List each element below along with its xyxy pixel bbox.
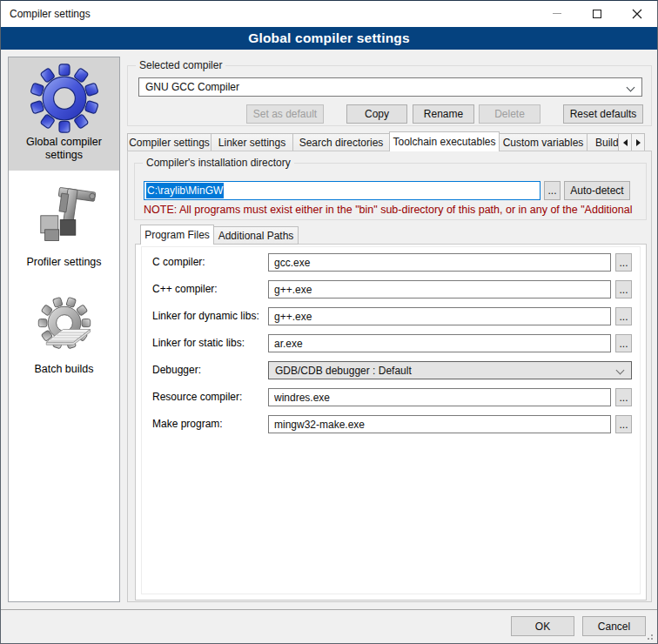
sidebar-item-global-compiler-settings[interactable]: Global compiler settings bbox=[9, 57, 119, 171]
field-label: C++ compiler: bbox=[152, 280, 218, 299]
cancel-button[interactable]: Cancel bbox=[582, 616, 646, 636]
tab-build-options[interactable]: Build options bbox=[587, 133, 619, 151]
tab-compiler-settings[interactable]: Compiler settings bbox=[127, 133, 212, 151]
browse-static-linker-button[interactable]: ... bbox=[615, 334, 632, 352]
titlebar: Compiler settings bbox=[1, 1, 657, 27]
blue-gear-icon bbox=[30, 64, 99, 133]
resource-compiler-input[interactable] bbox=[268, 388, 611, 406]
tab-search-directories[interactable]: Search directories bbox=[292, 133, 390, 151]
browse-dynamic-linker-button[interactable]: ... bbox=[615, 307, 632, 325]
field-row-debugger: Debugger: GDB/CDB debugger : Default bbox=[136, 361, 646, 379]
compiler-settings-dialog: Compiler settings Global compiler settin… bbox=[0, 0, 658, 644]
dynamic-linker-input[interactable] bbox=[268, 307, 611, 325]
field-row-resource-compiler: Resource compiler: ... bbox=[136, 388, 646, 406]
browse-c-compiler-button[interactable]: ... bbox=[615, 253, 632, 272]
browse-resource-compiler-button[interactable]: ... bbox=[615, 388, 632, 406]
profiler-caliper-icon bbox=[30, 184, 99, 253]
window-title: Compiler settings bbox=[10, 8, 91, 20]
settings-category-list: Global compiler settings bbox=[8, 57, 120, 602]
field-row-dynamic-linker: Linker for dynamic libs: ... bbox=[136, 307, 646, 325]
field-label: Resource compiler: bbox=[152, 388, 242, 406]
c-compiler-input[interactable] bbox=[268, 253, 611, 272]
reset-defaults-button[interactable]: Reset defaults bbox=[563, 104, 643, 124]
subtab-program-files[interactable]: Program Files bbox=[140, 225, 214, 245]
compiler-select-value: GNU GCC Compiler bbox=[145, 81, 239, 93]
delete-button[interactable]: Delete bbox=[479, 104, 540, 124]
field-row-cpp-compiler: C++ compiler: ... bbox=[136, 280, 646, 299]
debugger-select-value: GDB/CDB debugger : Default bbox=[275, 365, 412, 377]
field-row-static-linker: Linker for static libs: ... bbox=[136, 334, 646, 352]
field-label: Linker for dynamic libs: bbox=[152, 307, 259, 325]
maximize-button[interactable] bbox=[577, 1, 617, 26]
browse-make-program-button[interactable]: ... bbox=[615, 415, 632, 433]
browse-cpp-compiler-button[interactable]: ... bbox=[615, 280, 632, 299]
dialog-header-title: Global compiler settings bbox=[248, 30, 410, 46]
cpp-compiler-input[interactable] bbox=[268, 280, 611, 299]
batch-builds-gear-icon bbox=[32, 296, 97, 360]
minimize-icon bbox=[553, 13, 561, 14]
toolchain-executables-page: Compiler's installation directory C:\ray… bbox=[127, 151, 652, 602]
set-as-default-button[interactable]: Set as default bbox=[246, 104, 324, 124]
browse-directory-button[interactable]: ... bbox=[544, 181, 561, 200]
sidebar-item-profiler-settings[interactable]: Profiler settings bbox=[9, 178, 119, 276]
ok-button[interactable]: OK bbox=[511, 616, 574, 636]
selected-compiler-group: Selected compiler GNU GCC Compiler Set a… bbox=[127, 65, 652, 126]
compiler-select[interactable]: GNU GCC Compiler bbox=[138, 77, 642, 97]
sidebar-item-label: Global compiler settings bbox=[9, 133, 119, 169]
field-label: C compiler: bbox=[152, 253, 205, 272]
footer-divider bbox=[1, 609, 657, 610]
arrow-right-icon bbox=[636, 139, 641, 146]
chevron-down-icon bbox=[616, 366, 625, 375]
tab-toolchain-executables[interactable]: Toolchain executables bbox=[389, 131, 500, 151]
auto-detect-button[interactable]: Auto-detect bbox=[564, 181, 630, 200]
field-label: Debugger: bbox=[152, 361, 201, 379]
debugger-select[interactable]: GDB/CDB debugger : Default bbox=[268, 361, 632, 379]
installation-directory-group: Compiler's installation directory C:\ray… bbox=[134, 163, 647, 220]
tab-custom-variables[interactable]: Custom variables bbox=[499, 133, 588, 151]
tab-linker-settings[interactable]: Linker settings bbox=[211, 133, 293, 151]
sidebar-item-batch-builds[interactable]: Batch builds bbox=[9, 290, 119, 383]
selected-text: C:\raylib\MinGW bbox=[146, 183, 224, 198]
subtab-additional-paths[interactable]: Additional Paths bbox=[213, 226, 299, 245]
minimize-button[interactable] bbox=[537, 1, 577, 26]
tab-scroll-left-button[interactable] bbox=[618, 133, 632, 151]
field-row-make-program: Make program: ... bbox=[136, 415, 646, 433]
program-files-page: C compiler: ... C++ compiler: ... Linker… bbox=[135, 244, 647, 600]
sidebar-item-label: Profiler settings bbox=[9, 253, 119, 276]
selected-compiler-group-label: Selected compiler bbox=[136, 59, 225, 71]
rename-button[interactable]: Rename bbox=[413, 104, 474, 124]
dialog-header: Global compiler settings bbox=[1, 27, 657, 50]
sidebar-item-label: Batch builds bbox=[9, 360, 119, 383]
field-row-c-compiler: C compiler: ... bbox=[136, 253, 646, 272]
copy-button[interactable]: Copy bbox=[346, 104, 407, 124]
program-files-tabstrip: Program Files Additional Paths bbox=[141, 225, 299, 245]
static-linker-input[interactable] bbox=[268, 334, 611, 352]
installation-directory-input[interactable]: C:\raylib\MinGW bbox=[144, 181, 540, 200]
arrow-left-icon bbox=[623, 139, 628, 146]
field-label: Make program: bbox=[152, 415, 223, 433]
close-button[interactable] bbox=[617, 1, 657, 26]
chevron-down-icon bbox=[627, 84, 635, 92]
make-program-input[interactable] bbox=[268, 415, 611, 433]
installation-note: NOTE: All programs must exist either in … bbox=[144, 204, 645, 216]
settings-tabstrip: Compiler settings Linker settings Search… bbox=[128, 131, 645, 151]
tab-scroll-right-button[interactable] bbox=[631, 133, 645, 151]
installation-directory-group-label: Compiler's installation directory bbox=[143, 157, 294, 169]
maximize-icon bbox=[593, 10, 601, 18]
field-label: Linker for static libs: bbox=[152, 334, 245, 352]
close-icon bbox=[632, 9, 642, 19]
